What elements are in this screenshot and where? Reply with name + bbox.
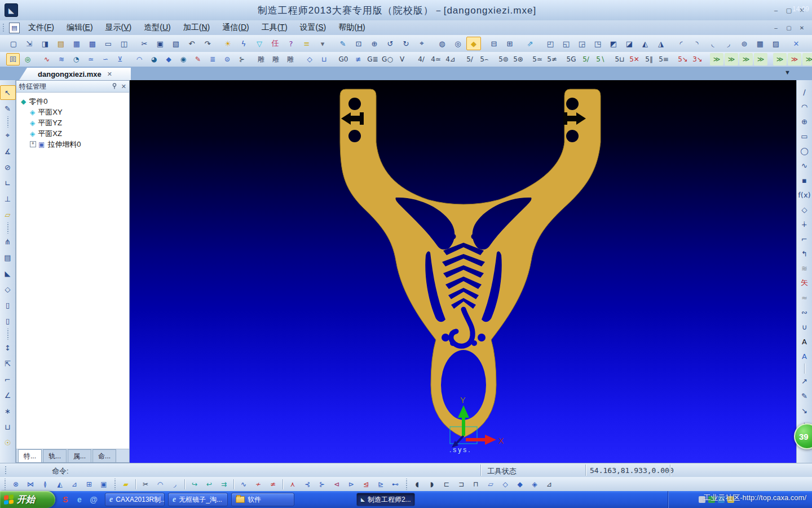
spring-cut-icon[interactable]: ≣ <box>206 53 219 65</box>
csys-create-icon[interactable]: ⌖ <box>0 128 16 143</box>
surface-plane-icon[interactable]: ▱ <box>484 478 497 491</box>
chamfer-feature-icon[interactable]: ◝ <box>690 37 704 50</box>
wireframe-view-icon[interactable]: ◍ <box>435 37 449 50</box>
surface-wave-icon[interactable]: ≋ <box>797 261 812 275</box>
contour-swirl-cut-icon[interactable]: ◎ <box>21 53 34 65</box>
minimize-button[interactable]: – <box>771 24 780 32</box>
new-part-icon[interactable]: ◨ <box>38 37 52 50</box>
quick-ie-icon[interactable]: e <box>74 494 85 505</box>
linear-pattern-icon[interactable]: ⊞ <box>809 37 812 50</box>
pattern-feature-icon[interactable]: ▨ <box>769 37 783 50</box>
surface-leaf-7-icon[interactable]: ⊷ <box>389 478 402 491</box>
task-taobao-browser[interactable]: e无框镜子_淘... <box>168 493 228 506</box>
hidden-line-view-icon[interactable]: ◎ <box>451 37 465 50</box>
chamfer-curve-icon[interactable]: ◞ <box>168 478 182 491</box>
panel-tab-特[interactable]: 特... <box>18 449 42 462</box>
axis5-lines-cut-icon[interactable]: 5∥ <box>642 53 656 65</box>
axis5-line-cut-icon[interactable]: 5∕ <box>463 53 476 65</box>
tile-windows-icon[interactable]: ⊞ <box>502 37 517 50</box>
xform-mirror-icon[interactable]: ⋈ <box>24 478 37 491</box>
layer-cut-icon[interactable]: ≃ <box>84 53 98 65</box>
panel-tab-命[interactable]: 命... <box>92 449 116 462</box>
close-button[interactable]: ✕ <box>797 24 806 32</box>
rotate-view-icon[interactable]: ↻ <box>399 37 413 50</box>
surface-leaf-1-icon[interactable]: ⊰ <box>301 478 314 491</box>
spline-point-icon[interactable]: ⋔ <box>0 234 16 249</box>
layers-dropdown-icon[interactable]: ▾ <box>315 37 330 50</box>
tree-node-平面XY[interactable]: ◈平面XY <box>19 107 128 117</box>
tab-list-dropdown-icon[interactable]: ▼ <box>784 69 791 76</box>
menu-tools[interactable]: 工具(T) <box>255 21 294 34</box>
paste-icon[interactable]: ▧ <box>169 37 183 50</box>
menubar-grip[interactable] <box>2 23 5 33</box>
axis5-cup-cut-icon[interactable]: 5⊔ <box>613 53 626 65</box>
open-file-icon[interactable]: ▤ <box>54 37 68 50</box>
spline-tool-icon[interactable]: ∿ <box>797 159 812 172</box>
rib-feature-icon[interactable]: ▦ <box>753 37 767 50</box>
line-tool-icon[interactable]: ∕ <box>797 85 812 99</box>
shorten-curve-icon[interactable]: ↩ <box>202 478 216 491</box>
mill3d-5-icon[interactable]: ≫ <box>773 53 787 65</box>
dim-linear-icon[interactable]: ↗ <box>797 374 812 388</box>
point-tool-icon[interactable]: ▪ <box>797 173 812 187</box>
adjust-height-icon[interactable]: ↕ <box>0 340 16 355</box>
sheet-copy-icon[interactable]: ▯ <box>0 313 16 328</box>
xform-grid-icon[interactable]: ⊞ <box>82 478 96 491</box>
axis5-g-cut-icon[interactable]: 5G <box>564 53 578 65</box>
filter-icon[interactable]: ▽ <box>252 37 267 50</box>
shaded-view-icon[interactable]: ◆ <box>466 37 481 50</box>
menu-settings[interactable]: 设置(S) <box>294 21 333 34</box>
surface-d3-icon[interactable]: ◈ <box>528 478 541 491</box>
cross-section-icon[interactable]: ✕ <box>789 37 804 50</box>
surface-mesh-icon[interactable]: ◮ <box>654 37 668 50</box>
trim-tool-icon[interactable]: ✂ <box>139 478 152 491</box>
v-groove-cut-icon[interactable]: V <box>395 53 409 65</box>
tree-node-平面XZ[interactable]: ◈平面XZ <box>19 128 128 139</box>
curve-mesh-icon[interactable]: ◭ <box>638 37 652 50</box>
triangle-ruler-icon[interactable]: ◣ <box>0 266 16 281</box>
check-diamond-icon[interactable]: ◇ <box>0 282 16 296</box>
axis5-check-cut1-icon[interactable]: 5∕ <box>579 53 593 65</box>
spline-edit-3-icon[interactable]: ≄ <box>266 478 280 491</box>
surface-d2-icon[interactable]: ◆ <box>513 478 527 491</box>
menu-model[interactable]: 造型(U) <box>138 21 176 34</box>
surface-swing-icon[interactable]: ∾ <box>797 305 812 319</box>
panel-tab-属[interactable]: 属... <box>68 449 91 462</box>
xform-rotate-icon[interactable]: ⊿ <box>68 478 81 491</box>
plane-corner-icon[interactable]: ∟ <box>0 176 16 190</box>
faucet-cut-icon[interactable]: ⊱ <box>235 53 249 65</box>
material-icon[interactable]: ϟ <box>236 37 251 50</box>
pencil-trace-cut-icon[interactable]: ✎ <box>191 53 205 65</box>
g01-drill-icon[interactable]: G0 <box>337 53 350 65</box>
minimize-button[interactable]: – <box>771 6 780 15</box>
surface-hill-icon[interactable]: ≈ <box>797 291 812 304</box>
ellipse-tool-icon[interactable]: ◯ <box>797 144 812 157</box>
start-button[interactable]: 开始 <box>0 491 55 508</box>
menu-edit[interactable]: 编辑(E) <box>60 21 99 34</box>
new-file-icon[interactable]: ▢ <box>6 37 21 50</box>
layers-icon[interactable]: ≡ <box>299 37 314 50</box>
groove-cut-icon[interactable]: ⊻ <box>113 53 127 65</box>
mill3d-6-icon[interactable]: ≫ <box>788 53 801 65</box>
axis5-side-cut2-icon[interactable]: 5≄ <box>545 53 559 65</box>
csys-erase-icon[interactable]: ⊘ <box>0 160 16 174</box>
task-icon[interactable]: 任 <box>268 37 283 50</box>
surface-box-icon[interactable]: ⊿ <box>542 478 556 491</box>
polygon-tool-icon[interactable]: ◇ <box>797 203 812 216</box>
axis5-cross-cut-icon[interactable]: 5✕ <box>628 53 641 65</box>
brush-icon[interactable]: ✎ <box>336 37 350 50</box>
fan-cut-icon[interactable]: ◔ <box>69 53 83 65</box>
carve-v1-icon[interactable]: 雕 <box>269 53 283 65</box>
csys-angle-icon[interactable]: ∡ <box>0 144 16 159</box>
corner-pencil-icon[interactable]: ∠ <box>0 388 16 402</box>
task-cad-app[interactable]: ◣制造工程师2... <box>356 493 415 506</box>
dim-angle-icon[interactable]: ↘ <box>797 404 812 417</box>
axis5-side-cut1-icon[interactable]: 5≃ <box>531 53 544 65</box>
slope-cut-icon[interactable]: ∿ <box>40 53 54 65</box>
select-cursor-icon[interactable]: ↖ <box>0 85 16 100</box>
revolve-boss-icon[interactable]: ◱ <box>559 37 573 50</box>
corner-arrow-icon[interactable]: ↰ <box>797 247 812 260</box>
redo-icon[interactable]: ↷ <box>200 37 215 50</box>
sheet-list-icon[interactable]: ▯ <box>0 297 16 312</box>
work-plane-icon[interactable]: ▱ <box>0 207 16 222</box>
